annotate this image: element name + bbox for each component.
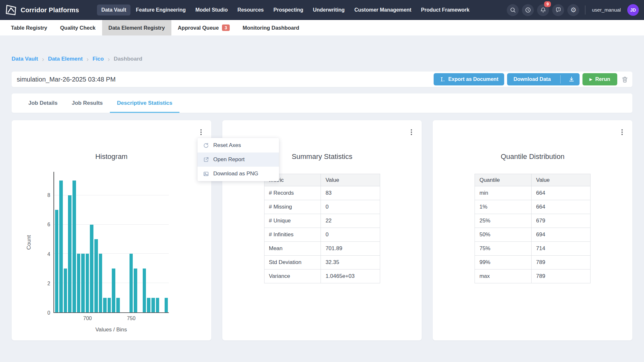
column-header-quantile: Quantile (475, 174, 532, 186)
cell: 1% (475, 200, 532, 214)
tab-job-details[interactable]: Job Details (21, 93, 65, 113)
rerun-label: Rerun (595, 76, 610, 82)
cell: 25% (475, 214, 532, 228)
subnav-item-quality-check[interactable]: Quality Check (53, 20, 102, 35)
histogram-bar (151, 298, 155, 312)
histogram-bar (59, 181, 63, 312)
help-button[interactable]: ? (552, 4, 564, 16)
brand-logo[interactable]: Corridor Platforms (5, 4, 79, 16)
subnav-item-label: Table Registry (11, 25, 47, 31)
cell: Variance (264, 269, 321, 283)
x-tick-label: 750 (127, 316, 136, 321)
delete-button[interactable] (621, 76, 629, 83)
svg-text:?: ? (558, 8, 559, 11)
histogram-bar (68, 195, 72, 312)
histogram-bar (77, 254, 81, 312)
cell: 1.0465e+03 (321, 269, 380, 283)
breadcrumb-fico[interactable]: Fico (92, 56, 104, 62)
cell: 664 (532, 186, 591, 200)
chevron-right-icon: › (42, 56, 44, 62)
table-row: 1%664 (475, 200, 591, 214)
history-button[interactable] (522, 4, 534, 16)
nav-item-prospecting[interactable]: Prospecting (269, 5, 307, 15)
play-icon: ▶ (590, 77, 592, 82)
breadcrumb-data-element[interactable]: Data Element (48, 56, 83, 62)
menu-item-reset-axes[interactable]: Reset Axes (197, 138, 279, 152)
column-header-value: Value (321, 174, 380, 186)
subnav-item-label: Quality Check (60, 25, 95, 31)
table-row: Mean701.89 (264, 242, 380, 256)
y-tick-label: 8 (47, 192, 50, 198)
tabs-bar: Job DetailsJob ResultsDescriptive Statis… (12, 93, 632, 113)
x-axis-label: Values / Bins (53, 327, 169, 333)
cards-row: Histogram Count 02468 700750 Values / Bi… (12, 120, 632, 340)
histogram-bar (81, 254, 85, 312)
cell: # Infinities (264, 228, 321, 242)
table-row: # Infinities0 (264, 228, 380, 242)
search-button[interactable] (507, 4, 519, 16)
cell: 83 (321, 186, 380, 200)
nav-item-model-studio[interactable]: Model Studio (191, 5, 232, 15)
subnav-item-approval-queue[interactable]: Approval Queue3 (171, 20, 236, 35)
header-row: QuantileValue (475, 174, 591, 186)
quantile-menu-button[interactable] (620, 128, 624, 136)
histogram-bar (116, 298, 120, 312)
nav-item-customer-management[interactable]: Customer Management (350, 5, 416, 15)
download-icon-button[interactable] (563, 76, 580, 83)
subnav-item-table-registry[interactable]: Table Registry (5, 20, 53, 35)
cell: 701.89 (321, 242, 380, 256)
cell: # Missing (264, 200, 321, 214)
breadcrumb-data-vault[interactable]: Data Vault (12, 56, 38, 62)
table-row: 75%714 (475, 242, 591, 256)
table-row: min664 (475, 186, 591, 200)
y-tick-label: 2 (47, 281, 50, 287)
summary-menu-button[interactable] (409, 128, 413, 136)
nav-item-product-framework[interactable]: Product Framework (417, 5, 474, 15)
histogram-bar (99, 254, 102, 312)
menu-item-download-png[interactable]: Download as PNG (197, 167, 279, 181)
cell: 99% (475, 256, 532, 269)
quantile-distribution-table: QuantileValuemin6641%66425%67950%69475%7… (475, 174, 591, 283)
nav-item-underwriting[interactable]: Underwriting (309, 5, 349, 15)
cell: # Unique (264, 214, 321, 228)
menu-item-open-report[interactable]: Open Report (197, 152, 279, 167)
table-row: # Records83 (264, 186, 380, 200)
subnav-item-data-element-registry[interactable]: Data Element Registry (102, 20, 171, 35)
export-as-document-button[interactable]: Export as Document (434, 73, 504, 85)
header-row: MetricValue (264, 174, 380, 186)
y-tick-label: 6 (47, 222, 50, 228)
histogram-menu-button[interactable] (199, 128, 203, 136)
subnav-item-monitoring-dashboard[interactable]: Monitoring Dashboard (236, 20, 306, 35)
gear-icon: ⚙ (570, 7, 576, 14)
x-tick-label: 700 (83, 316, 92, 321)
cell: 714 (532, 242, 591, 256)
table-body: # Records83# Missing0# Unique22# Infinit… (264, 186, 380, 283)
cell: max (475, 269, 532, 283)
rerun-button[interactable]: ▶ Rerun (582, 73, 617, 85)
table-row: 99%789 (475, 256, 591, 269)
table-header: QuantileValue (475, 174, 591, 186)
user-avatar[interactable]: JD (627, 4, 639, 16)
nav-item-resources[interactable]: Resources (233, 5, 268, 15)
histogram-bar (55, 210, 59, 312)
histogram-bars (54, 172, 169, 312)
notifications-button[interactable]: 9 (537, 4, 549, 16)
plot-area (53, 172, 169, 313)
histogram-bar (103, 298, 107, 312)
nav-item-feature-engineering[interactable]: Feature Engineering (132, 5, 190, 15)
tab-job-results[interactable]: Job Results (65, 93, 110, 113)
corridor-logo-icon (5, 4, 17, 16)
chat-question-icon: ? (555, 7, 562, 13)
cell: 50% (475, 228, 532, 242)
table-body: min6641%66425%67950%69475%71499%789max78… (475, 186, 591, 283)
download-data-button[interactable]: Download Data (507, 73, 580, 85)
nav-item-data-vault[interactable]: Data Vault (97, 5, 130, 15)
y-tick-label: 4 (47, 251, 50, 257)
brand-name: Corridor Platforms (21, 6, 79, 14)
menu-label: Download as PNG (213, 171, 258, 177)
histogram-plot: Count 02468 700750 (53, 172, 169, 313)
settings-button[interactable]: ⚙ (567, 4, 579, 16)
histogram-card: Histogram Count 02468 700750 Values / Bi… (12, 120, 211, 340)
job-title: simulation_Mar-26-2025 03:48 PM (17, 76, 431, 83)
tab-descriptive-statistics[interactable]: Descriptive Statistics (110, 93, 179, 113)
